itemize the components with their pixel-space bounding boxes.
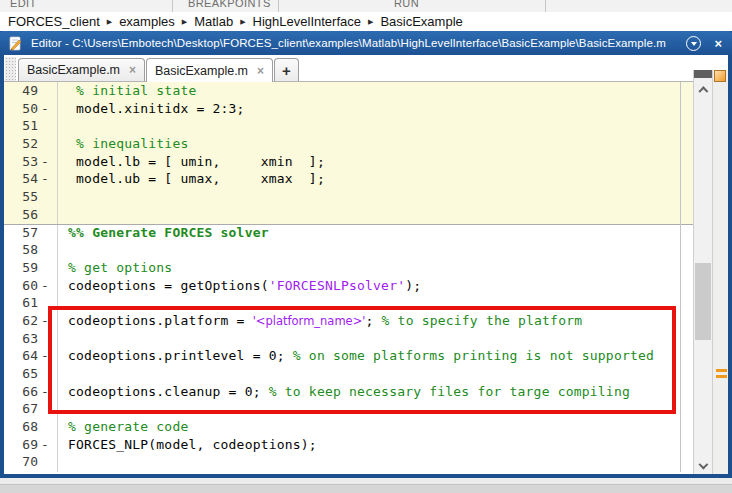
tab-close-icon[interactable]: × (129, 64, 136, 76)
warning-marker[interactable] (716, 375, 727, 378)
ribbon-section-label: EDIT (10, 0, 37, 9)
tab-BasicExample.m[interactable]: BasicExample.m× (146, 58, 273, 82)
breadcrumb-item[interactable]: HighLevelInterface (253, 14, 361, 29)
code-token: 'FORCESNLPsolver' (269, 278, 405, 293)
code-line-56[interactable]: 56 (4, 206, 693, 224)
line-number: 51 (4, 117, 38, 135)
editor-title: Editor - C:\Users\Embotech\Desktop\FORCE… (31, 37, 666, 49)
code-line-51[interactable]: 51 (4, 117, 693, 135)
line-exec-dash (38, 453, 52, 471)
line-number: 60 (4, 277, 38, 295)
line-exec-dash: - (38, 100, 52, 118)
editor-window: Editor - C:\Users\Embotech\Desktop\FORCE… (0, 31, 732, 478)
code-token: % generate code (52, 419, 188, 434)
breadcrumb-arrow-icon: ▶ (107, 18, 112, 25)
breadcrumb-arrow-icon: ▶ (240, 18, 245, 25)
code-text: model.lb = [ umin, xmin ]; (52, 153, 693, 171)
window-close-button[interactable]: × (714, 37, 722, 50)
line-exec-dash: - (38, 153, 52, 171)
line-number: 62 (4, 312, 38, 330)
code-text: %% Generate FORCES solver (52, 224, 693, 242)
code-text: model.ub = [ umax, xmax ]; (52, 170, 693, 188)
breadcrumb: FORCES_client▶examples▶Matlab▶HighLevelI… (0, 12, 732, 31)
code-line-55[interactable]: 55 (4, 188, 693, 206)
new-tab-button[interactable]: + (274, 58, 299, 81)
code-text (52, 188, 693, 206)
tab-bar: BasicExample.m×BasicExample.m×+ (4, 55, 728, 82)
tab-BasicExample.m[interactable]: BasicExample.m× (18, 58, 145, 81)
line-number: 58 (4, 241, 38, 259)
line-number: 64 (4, 347, 38, 365)
code-line-54[interactable]: 54- model.ub = [ umax, xmax ]; (4, 170, 693, 188)
code-text: % initial state (52, 82, 693, 100)
line-number: 57 (4, 224, 38, 242)
code-line-50[interactable]: 50- model.xinitidx = 2:3; (4, 100, 693, 118)
scrollbar-thumb[interactable] (695, 263, 711, 340)
warning-marker[interactable] (716, 369, 727, 372)
editor-icon (8, 36, 23, 51)
code-token: model.xinitidx = 2:3; (52, 101, 245, 116)
code-token: ); (405, 278, 421, 293)
warning-summary-box[interactable] (714, 70, 726, 82)
vertical-scrollbar[interactable] (693, 70, 713, 474)
line-number: 49 (4, 82, 38, 100)
code-text: model.xinitidx = 2:3; (52, 100, 693, 118)
code-line-68[interactable]: 68 % generate code (4, 418, 693, 436)
ribbon-separator (172, 0, 173, 12)
editor-titlebar: Editor - C:\Users\Embotech\Desktop\FORCE… (0, 31, 732, 55)
line-exec-dash (38, 117, 52, 135)
code-text: codeoptions = getOptions('FORCESNLPsolve… (52, 277, 693, 295)
code-token: % inequalities (52, 136, 188, 151)
chevron-down-icon (691, 42, 697, 46)
code-editor[interactable]: 49 % initial state50- model.xinitidx = 2… (4, 82, 693, 472)
window-actions-button[interactable] (686, 36, 701, 51)
code-text (52, 206, 693, 224)
breadcrumb-item[interactable]: BasicExample (380, 14, 462, 29)
line-exec-dash: - (38, 170, 52, 188)
code-line-49[interactable]: 49 % initial state (4, 82, 693, 100)
line-exec-dash: - (38, 436, 52, 454)
line-exec-dash (38, 224, 52, 242)
line-exec-dash (38, 206, 52, 224)
breadcrumb-item[interactable]: Matlab (194, 14, 233, 29)
line-number: 61 (4, 294, 38, 312)
scroll-down-button[interactable] (694, 458, 712, 472)
line-number: 52 (4, 135, 38, 153)
section-divider (4, 224, 693, 225)
line-exec-dash: - (38, 277, 52, 295)
column-guideline (680, 82, 681, 472)
line-exec-dash (38, 82, 52, 100)
tabbar-grip-handle[interactable] (5, 57, 16, 81)
line-number: 54 (4, 170, 38, 188)
code-line-58[interactable]: 58 (4, 241, 693, 259)
line-number: 53 (4, 153, 38, 171)
code-line-59[interactable]: 59 % get options (4, 259, 693, 277)
code-text: % inequalities (52, 135, 693, 153)
tab-label: BasicExample.m (155, 64, 248, 78)
code-line-57[interactable]: 57 %% Generate FORCES solver (4, 224, 693, 242)
code-line-69[interactable]: 69- FORCES_NLP(model, codeoptions); (4, 436, 693, 454)
code-line-53[interactable]: 53- model.lb = [ umin, xmin ]; (4, 153, 693, 171)
code-text: % get options (52, 259, 693, 277)
split-pane-handle[interactable] (694, 70, 712, 78)
code-text (52, 241, 693, 259)
breadcrumb-item[interactable]: examples (119, 14, 175, 29)
code-line-52[interactable]: 52 % inequalities (4, 135, 693, 153)
line-exec-dash (38, 259, 52, 277)
line-exec-dash (38, 188, 52, 206)
line-exec-dash (38, 241, 52, 259)
tab-close-icon[interactable]: × (257, 65, 264, 77)
scroll-up-button[interactable] (694, 83, 712, 97)
status-strip (0, 478, 732, 493)
code-token: model.ub = [ umax, xmax ]; (52, 171, 325, 186)
line-number: 69 (4, 436, 38, 454)
code-token: % initial state (52, 83, 196, 98)
tabs-container: BasicExample.m×BasicExample.m×+ (18, 55, 300, 81)
chevron-down-icon (698, 459, 708, 469)
code-token: %% Generate FORCES solver (52, 225, 269, 240)
code-line-60[interactable]: 60- codeoptions = getOptions('FORCESNLPs… (4, 277, 693, 295)
ribbon-separator (545, 0, 546, 12)
breadcrumb-item[interactable]: FORCES_client (8, 14, 100, 29)
chevron-up-icon (698, 87, 708, 97)
code-line-70[interactable]: 70 (4, 453, 693, 471)
